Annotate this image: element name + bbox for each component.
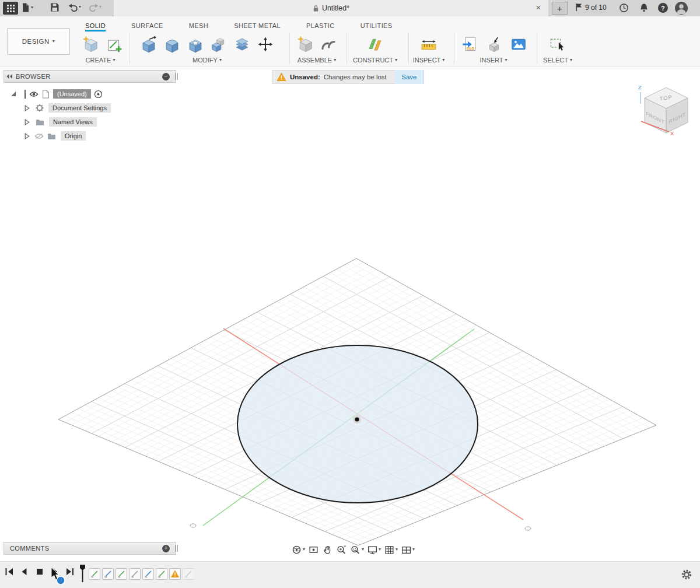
press-pull-tool[interactable] [139,34,159,55]
sketch-point-left[interactable] [190,524,196,527]
tab-sheet-metal[interactable]: SHEET METAL [234,22,281,32]
new-tab-button[interactable]: + [552,2,568,15]
joint-tool[interactable] [318,34,338,55]
browser-panel-header[interactable]: BROWSER − [4,70,176,83]
viewports-button[interactable]: ▾ [400,544,415,556]
save-button[interactable] [50,2,60,12]
caret-down-icon: ▾ [31,5,33,10]
account-avatar[interactable] [675,2,688,15]
browser-row-origin[interactable]: Origin [4,129,176,143]
person-icon [675,2,688,15]
comments-expand-button[interactable]: + [162,545,170,552]
browser-panel-grip[interactable] [175,73,178,80]
new-component-tool[interactable] [295,34,315,55]
collapse-left-icon[interactable] [6,74,13,79]
sketch-circle[interactable] [237,345,478,503]
construct-plane-tool[interactable] [365,34,385,55]
save-icon [50,2,60,12]
shell-tool[interactable] [186,34,205,55]
skip-to-end-button[interactable] [65,567,75,576]
undo-button[interactable]: ▾ [68,2,81,12]
look-at-button[interactable] [307,544,320,556]
zoom-button[interactable] [335,544,348,556]
sketch-point-right[interactable] [525,527,531,530]
named-views-label[interactable]: Named Views [49,117,97,127]
skip-to-start-button[interactable] [5,567,14,576]
corner-expand-icon[interactable] [10,91,16,97]
tab-mesh[interactable]: MESH [189,22,208,32]
timeline-feature-sketch-icon[interactable] [102,568,114,580]
display-settings-button[interactable]: ▾ [366,544,382,556]
document-root-label[interactable]: (Unsaved) [53,89,91,99]
save-link[interactable]: Save [395,70,424,84]
timeline-playhead[interactable] [79,564,86,584]
combine-tool[interactable] [209,34,229,55]
select-tool[interactable] [547,34,567,55]
grid-icon [384,544,395,555]
caret-down-icon: ▾ [362,547,364,552]
browser-row-document[interactable]: (Unsaved) [4,87,176,101]
orbit-button[interactable]: ▾ [290,544,306,556]
redo-button[interactable]: ▾ [89,2,102,12]
insert-svg-tool[interactable]: SVG [461,34,481,55]
app-grid-icon[interactable] [3,2,18,15]
modify-group-menu[interactable]: MODIFY ▾ [192,57,222,64]
tab-utilities[interactable]: UTILITIES [360,22,393,32]
workspace-selector[interactable]: DESIGN ▾ [7,28,70,55]
timeline-feature-sketch-icon[interactable] [142,568,154,580]
pan-button[interactable] [321,544,334,556]
stop-button[interactable] [35,567,44,576]
document-settings-label[interactable]: Document Settings [48,103,111,113]
close-tab-icon[interactable]: × [533,2,544,12]
timeline-feature-warning-icon[interactable] [169,568,181,580]
create-sketch-tool[interactable] [104,34,124,55]
origin-label[interactable]: Origin [61,131,86,141]
create-group-menu[interactable]: CREATE ▾ [86,57,116,64]
expand-arrow-icon[interactable] [24,119,30,125]
origin-point[interactable] [355,418,359,422]
select-group-menu[interactable]: SELECT ▾ [543,57,572,64]
history-button[interactable] [619,3,629,15]
file-menu-button[interactable]: ▾ [21,2,33,13]
expand-arrow-icon[interactable] [24,133,30,139]
fillet-tool[interactable] [162,34,182,55]
notifications-button[interactable] [639,3,649,15]
fit-button[interactable]: ▾ [349,544,365,556]
free-saves-badge[interactable]: 9 of 10 [575,3,607,12]
activate-radio-icon[interactable] [94,90,103,99]
group-divider [289,33,290,64]
step-back-button[interactable] [20,567,29,576]
tab-solid[interactable]: SOLID [85,22,106,32]
create-form-tool[interactable] [80,34,100,55]
expand-arrow-icon[interactable] [24,105,30,111]
tab-plastic[interactable]: PLASTIC [306,22,335,32]
grid-settings-button[interactable]: ▾ [383,544,398,556]
offset-face-tool[interactable] [232,34,252,55]
timeline-feature-ghost-icon[interactable] [183,568,194,580]
construct-group-menu[interactable]: CONSTRUCT ▾ [353,57,397,64]
comments-panel-grip[interactable] [175,545,178,552]
timeline-feature-sketch-icon[interactable] [156,568,167,580]
visibility-off-eye-icon[interactable] [34,133,44,139]
move-copy-tool[interactable] [256,34,275,55]
view-cube[interactable]: Z TOP FRONT RIGHT X [633,77,700,144]
browser-row-named-views[interactable]: Named Views [4,115,176,129]
inspect-group-menu[interactable]: INSPECT ▾ [413,57,445,64]
help-button[interactable]: ? [658,3,668,13]
timeline-settings-gear-icon[interactable] [680,568,693,581]
insert-group-menu[interactable]: INSERT ▾ [480,57,507,64]
measure-tool[interactable] [419,34,439,55]
timeline-feature-sketch-icon[interactable] [116,568,127,580]
comments-panel-header[interactable]: COMMENTS + [4,542,176,555]
timeline-feature-sketch-icon[interactable] [129,568,141,580]
insert-group-label: INSERT [480,57,503,64]
visibility-eye-icon[interactable] [29,91,38,97]
timeline-feature-sketch-icon[interactable] [89,568,100,580]
document-tab[interactable]: Untitled* × [114,0,548,16]
insert-mesh-tool[interactable] [484,34,504,55]
canvas-tool[interactable] [509,34,528,55]
browser-row-document-settings[interactable]: Document Settings [4,101,176,115]
assemble-group-menu[interactable]: ASSEMBLE ▾ [298,57,336,64]
browser-minimize-button[interactable]: − [162,73,170,80]
tab-surface[interactable]: SURFACE [131,22,163,32]
